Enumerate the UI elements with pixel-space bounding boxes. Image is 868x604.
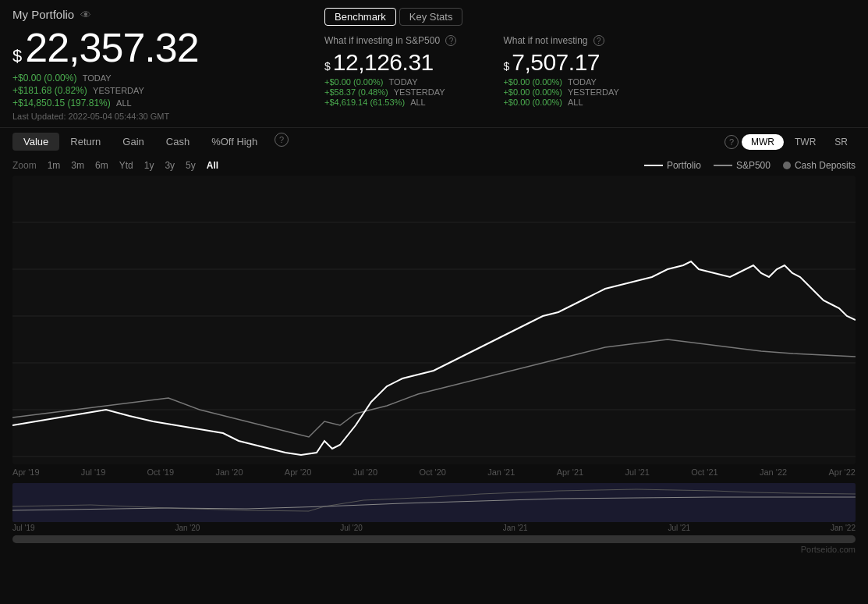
legend-sp500: S&P500 [714, 160, 771, 171]
legend-cash-dot [783, 162, 791, 169]
metric-twr[interactable]: TWR [787, 134, 824, 150]
zoom-all[interactable]: All [204, 158, 221, 172]
bench-panels: What if investing in S&P500 ? $ 12,126.3… [324, 35, 856, 107]
bench-no-invest-changes: +$0.00 (0.00%) TODAY +$0.00 (0.00%) YEST… [503, 77, 618, 107]
chart-legend: Portfolio S&P500 Cash Deposits [644, 160, 856, 171]
change-all: +$14,850.15 (197.81%) ALL [12, 98, 309, 108]
help-icon-metric[interactable]: ? [725, 135, 739, 149]
change-yesterday-label: YESTERDAY [93, 86, 144, 95]
bench-sp500-amount: 12,126.31 [333, 49, 434, 76]
bench-sp500-all: +$4,619.14 (61.53%) ALL [324, 98, 456, 107]
x-label-5: Jul '20 [353, 467, 377, 477]
brand-name: Portseido.com [801, 545, 856, 554]
portfolio-line [12, 261, 856, 455]
right-controls: ? MWR TWR SR [718, 134, 856, 150]
tab-key-stats[interactable]: Key Stats [399, 8, 463, 26]
legend-portfolio-line [644, 165, 663, 166]
metric-sr[interactable]: SR [827, 134, 856, 150]
x-label-8: Apr '21 [557, 467, 584, 477]
legend-portfolio: Portfolio [644, 160, 701, 171]
x-label-6: Oct '20 [419, 467, 446, 477]
change-yesterday: +$181.68 (0.82%) YESTERDAY [12, 85, 309, 96]
scrollbar-track[interactable] [12, 535, 856, 543]
eye-icon[interactable]: 👁 [80, 9, 91, 21]
change-yesterday-amount: +$181.68 (0.82%) [12, 85, 87, 96]
portfolio-amount: 22,357.32 [25, 24, 198, 71]
tab-cash[interactable]: Cash [155, 133, 200, 151]
mini-label-0: Jul '19 [12, 524, 35, 532]
x-label-10: Oct '21 [691, 467, 718, 477]
change-today: +$0.00 (0.00%) TODAY [12, 73, 309, 83]
zoom-1y[interactable]: 1y [141, 158, 158, 172]
bench-panel-no-invest-title: What if not investing ? [503, 35, 618, 46]
zoom-label: Zoom [12, 160, 37, 171]
zoom-ytd[interactable]: Ytd [116, 158, 136, 172]
footer-brand: Portseido.com [0, 543, 868, 556]
help-icon-no-invest[interactable]: ? [593, 35, 604, 46]
zoom-bar: Zoom 1m 3m 6m Ytd 1y 3y 5y All Portfolio… [0, 155, 868, 176]
minimap-labels: Jul '19 Jan '20 Jul '20 Jan '21 Jul '21 … [0, 522, 868, 534]
bench-sp500-value: $ 12,126.31 [324, 49, 456, 76]
x-label-3: Jan '20 [215, 467, 243, 477]
top-bar: My Portfolio 👁 $ 22,357.32 +$0.00 (0.00%… [0, 0, 868, 127]
bench-panel-sp500: What if investing in S&P500 ? $ 12,126.3… [324, 35, 456, 107]
bench-no-invest-value: $ 7,507.17 [503, 49, 618, 76]
chart-svg [12, 176, 856, 464]
help-icon-sp500[interactable]: ? [445, 35, 456, 46]
bench-panel-sp500-title: What if investing in S&P500 ? [324, 35, 456, 46]
tab-benchmark[interactable]: Benchmark [324, 8, 396, 26]
zoom-1m[interactable]: 1m [44, 158, 64, 172]
x-label-0: Apr '19 [12, 467, 40, 477]
legend-cash-deposits: Cash Deposits [783, 160, 856, 171]
mini-label-1: Jan '20 [175, 524, 200, 532]
zoom-6m[interactable]: 6m [92, 158, 112, 172]
portfolio-section: My Portfolio 👁 $ 22,357.32 +$0.00 (0.00%… [12, 8, 309, 121]
sp500-line [12, 339, 856, 437]
portfolio-title-row: My Portfolio 👁 [12, 8, 309, 21]
scrollbar-thumb[interactable] [12, 535, 856, 543]
benchmark-tabs: Benchmark Key Stats [324, 8, 856, 26]
portfolio-dollar: $ [12, 46, 22, 66]
chart-controls: Value Return Gain Cash %Off High ? ? MWR… [0, 127, 868, 155]
change-today-amount: +$0.00 (0.00%) [12, 73, 76, 83]
bench-no-invest-all: +$0.00 (0.00%) ALL [503, 98, 618, 107]
tab-off-high[interactable]: %Off High [200, 133, 268, 151]
last-updated: Last Updated: 2022-05-04 05:44:30 GMT [12, 112, 309, 121]
bench-sp500-yesterday: +$58.37 (0.48%) YESTERDAY [324, 87, 456, 97]
tab-return[interactable]: Return [59, 133, 112, 151]
legend-cash-label: Cash Deposits [795, 160, 856, 171]
zoom-5y[interactable]: 5y [182, 158, 199, 172]
bench-sp500-today: +$0.00 (0.00%) TODAY [324, 77, 456, 87]
chart-area [12, 176, 856, 464]
change-all-amount: +$14,850.15 (197.81%) [12, 98, 111, 108]
zoom-3m[interactable]: 3m [68, 158, 87, 172]
bench-sp500-changes: +$0.00 (0.00%) TODAY +$58.37 (0.48%) YES… [324, 77, 456, 107]
zoom-buttons: 1m 3m 6m Ytd 1y 3y 5y All [44, 158, 221, 172]
minimap[interactable] [12, 483, 856, 522]
x-label-12: Apr '22 [828, 467, 856, 477]
x-label-7: Jan '21 [487, 467, 515, 477]
tab-value[interactable]: Value [12, 133, 59, 151]
legend-sp500-line [714, 165, 732, 166]
bench-no-invest-today: +$0.00 (0.00%) TODAY [503, 77, 618, 87]
change-all-label: ALL [116, 98, 132, 108]
x-label-1: Jul '19 [81, 467, 105, 477]
portfolio-value-row: $ 22,357.32 [12, 24, 309, 71]
help-icon-view[interactable]: ? [275, 133, 289, 147]
tab-gain[interactable]: Gain [112, 133, 154, 151]
portfolio-title: My Portfolio [12, 8, 74, 21]
benchmark-section: Benchmark Key Stats What if investing in… [309, 8, 856, 121]
change-today-label: TODAY [83, 73, 112, 83]
minimap-svg [12, 483, 856, 514]
mini-label-2: Jul '20 [340, 524, 363, 532]
legend-portfolio-label: Portfolio [667, 160, 701, 171]
view-tabs: Value Return Gain Cash %Off High ? [12, 133, 289, 151]
mini-label-3: Jan '21 [503, 524, 528, 532]
x-label-4: Apr '20 [285, 467, 312, 477]
mini-label-4: Jul '21 [668, 524, 691, 532]
metric-mwr[interactable]: MWR [742, 134, 784, 150]
x-axis-labels: Apr '19 Jul '19 Oct '19 Jan '20 Apr '20 … [0, 464, 868, 480]
legend-sp500-label: S&P500 [736, 160, 771, 171]
zoom-3y[interactable]: 3y [161, 158, 178, 172]
mini-label-5: Jan '22 [831, 524, 856, 532]
